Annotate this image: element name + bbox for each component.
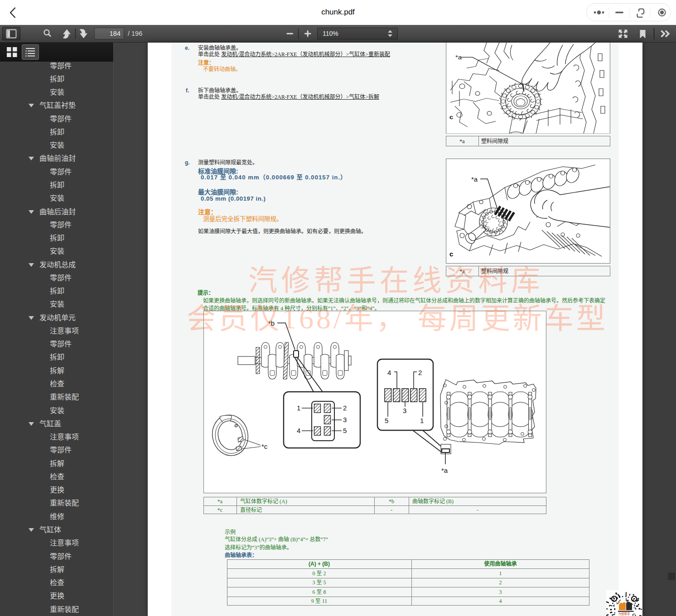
svg-text:*c: *c: [261, 443, 268, 450]
svg-text:5: 5: [385, 417, 388, 424]
svg-text:*a: *a: [471, 175, 478, 183]
svg-text:1: 1: [297, 404, 300, 412]
svg-text:2: 2: [343, 404, 347, 412]
svg-text:*a: *a: [455, 54, 462, 61]
svg-text:4: 4: [387, 369, 391, 376]
svg-text:1: 1: [420, 417, 424, 424]
svg-text:4: 4: [297, 427, 300, 434]
svg-text:5: 5: [343, 427, 347, 434]
svg-text:2: 2: [418, 369, 422, 376]
svg-text:3: 3: [343, 416, 347, 424]
svg-text:*a: *a: [441, 467, 448, 474]
svg-text:汽修帮手: 汽修帮手: [618, 612, 631, 616]
svg-text:3: 3: [403, 407, 406, 414]
svg-text:c: c: [449, 114, 454, 120]
svg-text:c: c: [449, 250, 453, 258]
